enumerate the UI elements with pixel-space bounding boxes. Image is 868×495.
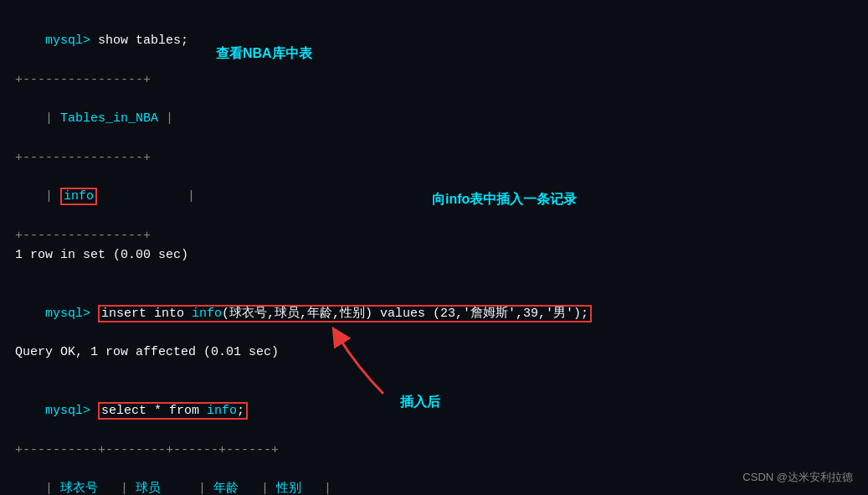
select-border-top: +----------+--------+------+------+ bbox=[15, 441, 853, 460]
blank1 bbox=[15, 265, 853, 284]
annotation-after-insert: 插入后 bbox=[400, 394, 440, 411]
select-header-row: | 球衣号 | 球员 | 年龄 | 性别 | bbox=[15, 460, 853, 495]
cmd-insert: mysql> insert into info(球衣号,球员,年龄,性别) va… bbox=[15, 285, 853, 343]
insert-statement: insert into info(球衣号,球员,年龄,性别) values (2… bbox=[98, 305, 592, 322]
result-insert: Query OK, 1 row affected (0.01 sec) bbox=[15, 343, 853, 362]
blank2 bbox=[15, 363, 853, 382]
info-cell: info bbox=[60, 188, 97, 205]
cmd-show-tables: mysql> show tables; bbox=[15, 12, 853, 70]
annotation-view-tables: 查看NBA库中表 bbox=[216, 45, 312, 63]
watermark: CSDN @达米安利拉德 bbox=[742, 470, 853, 485]
arrow-icon bbox=[325, 327, 392, 402]
select-statement: select * from info; bbox=[98, 402, 248, 420]
table-border-bottom: +----------------+ bbox=[15, 226, 853, 245]
table-header-row: | Tables_in_NBA | bbox=[15, 90, 853, 148]
annotation-insert: 向info表中插入一条记录 bbox=[432, 191, 577, 209]
table-border-mid: +----------------+ bbox=[15, 148, 853, 168]
table-border-top: +----------------+ bbox=[15, 70, 853, 90]
result-show-tables: 1 row in set (0.00 sec) bbox=[15, 245, 853, 265]
terminal-window: mysql> show tables; +----------------+ |… bbox=[0, 0, 868, 495]
